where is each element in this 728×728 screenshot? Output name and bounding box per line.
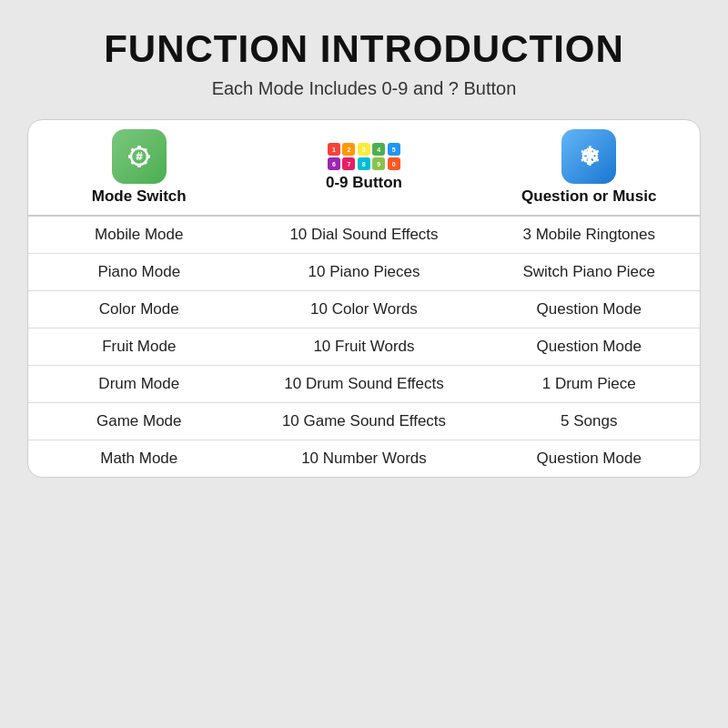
cell-question-3: Question Mode [478,329,700,366]
svg-point-3 [136,153,143,160]
cell-button-1: 10 Piano Pieces [250,254,479,291]
table-row: Piano Mode10 Piano PiecesSwitch Piano Pi… [28,254,700,291]
icon-grid-cell-8: 8 [358,157,370,170]
icon-grid-cell-2: 2 [342,143,355,156]
col-label-mode-switch: Mode Switch [92,187,187,206]
cell-question-2: Question Mode [478,291,700,329]
svg-rect-7 [147,155,150,158]
page-title: FUNCTION INTRODUCTION [104,27,624,71]
table-row: Color Mode10 Color WordsQuestion Mode [28,291,700,329]
icon-grid-cell-1: 1 [328,143,340,156]
icon-grid-cell-7: 7 [342,157,355,170]
cell-question-6: Question Mode [478,440,700,478]
svg-rect-5 [137,164,141,167]
col-label-button-09: 0-9 Button [326,174,402,192]
cell-mode-0: Mobile Mode [28,216,250,254]
cell-button-5: 10 Game Sound Effects [250,403,479,440]
table-row: Math Mode10 Number WordsQuestion Mode [28,440,700,478]
cell-mode-6: Math Mode [28,440,250,478]
table-row: Mobile Mode10 Dial Sound Effects3 Mobile… [28,216,700,254]
col-header-button-09: 1234567890 0-9 Button [250,120,479,216]
cell-button-3: 10 Fruit Words [250,329,479,366]
icon-grid-cell-0: 0 [388,157,400,170]
cell-mode-4: Drum Mode [28,366,250,403]
cell-mode-1: Piano Mode [28,254,250,291]
button-09-icon: 1234567890 [328,143,400,170]
table-row: Fruit Mode10 Fruit WordsQuestion Mode [28,329,700,366]
svg-rect-4 [137,146,141,149]
cell-question-5: 5 Songs [478,403,700,440]
cell-question-1: Switch Piano Piece [478,254,700,291]
icon-grid-cell-3: 3 [358,143,370,156]
svg-rect-6 [128,155,132,158]
cell-mode-3: Fruit Mode [28,329,250,366]
icon-grid-cell-6: 6 [328,157,340,170]
cell-button-2: 10 Color Words [250,291,479,329]
icon-grid-cell-5: 5 [388,143,400,156]
table-row: Game Mode10 Game Sound Effects5 Songs [28,403,700,440]
cell-button-0: 10 Dial Sound Effects [250,216,479,254]
cell-button-4: 10 Drum Sound Effects [250,366,479,403]
col-header-question-music: ❄? Question or Music [478,120,700,216]
function-table: # [27,119,701,478]
page-subtitle: Each Mode Includes 0-9 and ? Button [212,78,517,99]
cell-button-6: 10 Number Words [250,440,479,478]
col-label-question-music: Question or Music [521,187,656,206]
cell-question-0: 3 Mobile Ringtones [478,216,700,254]
icon-grid-cell-9: 9 [372,157,385,170]
table-row: Drum Mode10 Drum Sound Effects1 Drum Pie… [28,366,700,403]
cell-question-4: 1 Drum Piece [478,366,700,403]
icon-grid-cell-4: 4 [372,143,385,156]
mode-switch-icon: # [112,129,167,184]
cell-mode-5: Game Mode [28,403,250,440]
col-header-mode-switch: # [28,120,250,216]
cell-mode-2: Color Mode [28,291,250,329]
question-music-icon: ❄? [561,129,616,184]
